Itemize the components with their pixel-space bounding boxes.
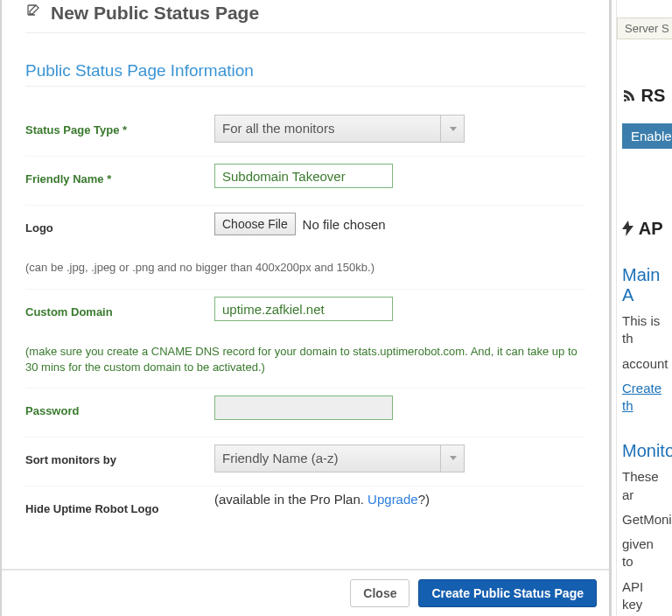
label-password: Password: [25, 396, 214, 417]
close-button[interactable]: Close: [350, 579, 410, 607]
monitor-api-heading: Monito: [622, 441, 667, 461]
modal-footer: Close Create Public Status Page: [2, 570, 609, 616]
chevron-down-icon: [440, 115, 465, 143]
server-dropdown[interactable]: Server S: [617, 18, 672, 39]
friendly-name-input[interactable]: [214, 164, 393, 188]
logo-hint: (can be .jpg, .jpeg or .png and no bigge…: [25, 260, 585, 276]
label-status-type: Status Page Type *: [25, 115, 214, 136]
enable-button[interactable]: Enable: [622, 123, 672, 149]
status-type-select[interactable]: For all the monitors: [214, 115, 465, 143]
section-title: Public Status Page Information: [25, 61, 585, 87]
static-text: API key: [622, 578, 667, 614]
modal-title: New Public Status Page: [25, 0, 585, 33]
static-text: GetMoni: [622, 511, 667, 528]
background-sidebar: Server S RS Enable AP Main A This is th …: [616, 0, 672, 616]
static-text: These ar: [622, 468, 667, 504]
chevron-down-icon: [440, 444, 465, 472]
api-heading: AP: [622, 219, 667, 239]
hide-logo-message: (available in the Pro Plan. Upgrade?): [214, 492, 585, 507]
choose-file-button[interactable]: Choose File: [214, 213, 296, 235]
file-status: No file chosen: [303, 217, 386, 232]
custom-domain-hint: (make sure you create a CNAME DNS record…: [25, 344, 585, 375]
password-input[interactable]: [214, 396, 393, 420]
sort-monitors-select[interactable]: Friendly Name (a-z): [214, 444, 465, 472]
label-hide-logo: Hide Uptime Robot Logo: [25, 494, 214, 515]
edit-icon: [25, 4, 46, 22]
create-api-link[interactable]: Create th: [622, 381, 662, 413]
main-api-heading: Main A: [622, 265, 667, 305]
label-friendly-name: Friendly Name *: [25, 164, 214, 186]
static-text: account: [622, 355, 667, 373]
label-custom-domain: Custom Domain: [25, 297, 214, 318]
label-logo: Logo: [25, 213, 214, 234]
modal-new-status-page: New Public Status Page Public Status Pag…: [2, 0, 609, 616]
label-sort-monitors: Sort monitors by: [25, 444, 214, 466]
custom-domain-input[interactable]: [214, 297, 393, 321]
create-button[interactable]: Create Public Status Page: [418, 579, 597, 607]
static-text: given to: [622, 536, 667, 571]
upgrade-link[interactable]: Upgrade: [368, 492, 418, 507]
rss-icon: [622, 86, 641, 105]
rss-heading: RS: [622, 86, 667, 106]
static-text: This is th: [622, 312, 667, 348]
